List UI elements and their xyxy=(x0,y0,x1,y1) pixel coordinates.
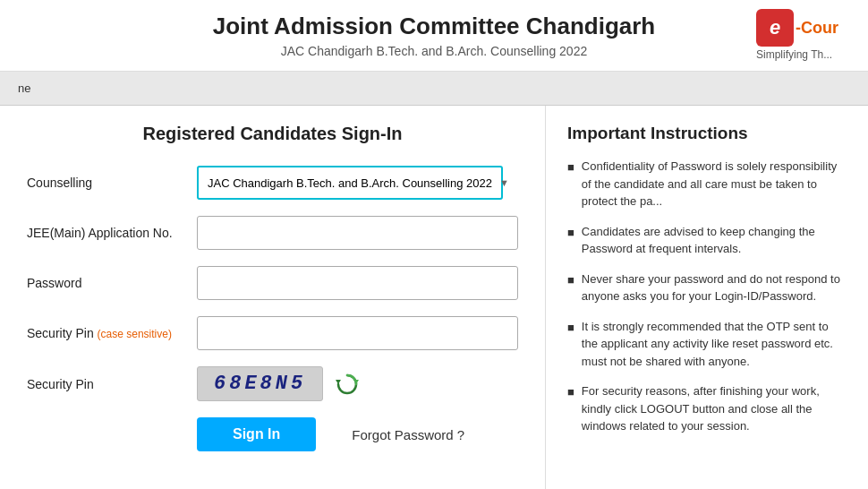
instructions-title: Important Instructions xyxy=(567,124,847,143)
counselling-select-wrapper: JAC Chandigarh B.Tech. and B.Arch. Couns… xyxy=(197,166,518,200)
right-panel: Important Instructions ■Confidentiality … xyxy=(546,106,868,489)
svg-marker-1 xyxy=(353,380,359,384)
jee-row: JEE(Main) Application No. xyxy=(27,216,518,250)
captcha-row: Security Pin 68E8N5 xyxy=(27,366,518,401)
counselling-row: Counselling JAC Chandigarh B.Tech. and B… xyxy=(27,166,518,200)
bullet-icon: ■ xyxy=(567,159,574,210)
bullet-icon: ■ xyxy=(567,271,574,305)
instruction-item: ■Never share your password and do not re… xyxy=(567,270,847,305)
instruction-item: ■It is strongly recommended that the OTP… xyxy=(567,318,847,371)
password-row: Password xyxy=(27,266,518,300)
bullet-icon: ■ xyxy=(567,224,574,258)
buttons-row: Sign In Forgot Password ? xyxy=(27,417,518,451)
password-label: Password xyxy=(27,276,197,290)
page-subtitle: JAC Chandigarh B.Tech. and B.Arch. Couns… xyxy=(213,44,656,58)
counselling-select[interactable]: JAC Chandigarh B.Tech. and B.Arch. Couns… xyxy=(197,166,503,200)
main-content: Registered Candidates Sign-In Counsellin… xyxy=(0,106,868,489)
signin-button[interactable]: Sign In xyxy=(197,417,316,451)
svg-marker-0 xyxy=(336,380,341,384)
case-sensitive-text: (case sensitive) xyxy=(98,328,172,340)
logo-simplify: Simplifying Th... xyxy=(756,48,832,61)
logo-text: -Cour xyxy=(796,19,838,38)
instruction-item: ■Confidentiality of Password is solely r… xyxy=(567,158,847,210)
logo-icon: e xyxy=(756,9,794,47)
forgot-password-button[interactable]: Forgot Password ? xyxy=(352,427,464,442)
security-pin-input[interactable] xyxy=(197,316,518,350)
left-panel: Registered Candidates Sign-In Counsellin… xyxy=(0,106,546,489)
logo-area: e -Cour Simplifying Th... xyxy=(756,9,850,72)
instruction-item: ■Candidates are advised to keep changing… xyxy=(567,223,847,258)
form-section-title: Registered Candidates Sign-In xyxy=(27,124,518,144)
page-title: Joint Admission Committee Chandigarh xyxy=(213,13,656,40)
refresh-icon xyxy=(334,371,361,398)
navbar: ne xyxy=(0,72,868,106)
password-input[interactable] xyxy=(197,266,518,300)
captcha-label: Security Pin xyxy=(27,377,197,391)
logo-box: e -Cour xyxy=(756,9,838,47)
captcha-refresh-button[interactable] xyxy=(332,369,362,399)
jee-input[interactable] xyxy=(197,216,518,250)
security-pin-input-label: Security Pin (case sensitive) xyxy=(27,326,197,340)
header-center: Joint Admission Committee Chandigarh JAC… xyxy=(213,13,656,58)
security-pin-input-row: Security Pin (case sensitive) xyxy=(27,316,518,350)
jee-label: JEE(Main) Application No. xyxy=(27,226,197,240)
bullet-icon: ■ xyxy=(567,383,574,435)
counselling-label: Counselling xyxy=(27,176,197,190)
navbar-item: ne xyxy=(9,82,39,95)
page-header: Joint Admission Committee Chandigarh JAC… xyxy=(0,0,868,72)
bullet-icon: ■ xyxy=(567,319,574,371)
captcha-image: 68E8N5 xyxy=(197,366,323,401)
instructions-list: ■Confidentiality of Password is solely r… xyxy=(567,158,847,435)
instruction-item: ■For security reasons, after finishing y… xyxy=(567,382,847,435)
